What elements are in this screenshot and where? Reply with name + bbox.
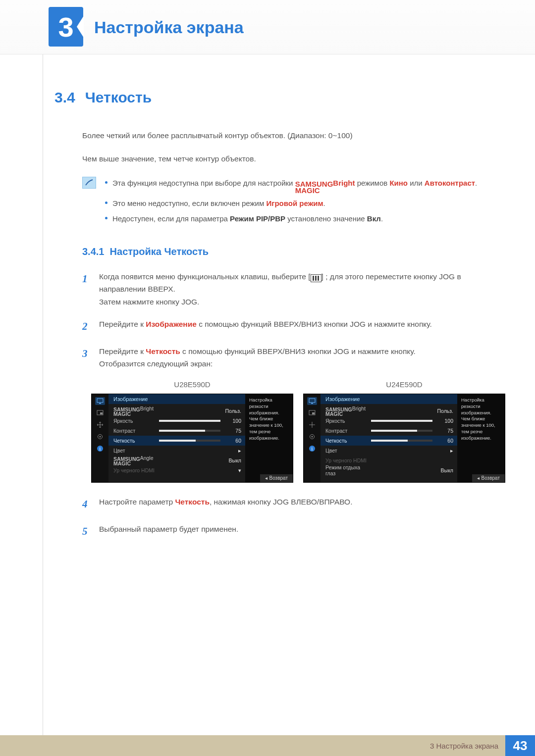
osd-row: Цвет▸ [321,446,457,455]
note-block: Эта функция недоступна при выборе для на… [82,177,505,228]
subsection-heading: 3.4.1 Настройка Четкость [82,246,505,257]
osd-screenshot-a: U28E590D i Изображение SAMSUNGMAGICBrigh… [91,380,293,483]
osd-row: SAMSUNGMAGICBrightПольз. [321,406,457,416]
svg-rect-0 [97,399,103,403]
osd-row: Ур черного HDMI▾ [108,465,245,475]
svg-rect-11 [312,412,315,414]
section-title: Четкость [85,89,152,105]
left-margin-rule [43,54,43,736]
pip-icon [95,409,105,417]
info-icon: i [95,445,105,453]
osd-row: Цвет▸ [108,446,245,455]
chapter-title: Настройка экрана [94,18,244,37]
osd-row: Контраст75 [321,426,457,436]
arrows-icon [95,421,105,429]
osd-row: Яркость100 [108,416,245,426]
osd-row: SAMSUNGMAGICAngleВыкл [108,455,245,465]
step-number: 3 [82,345,91,370]
osd-help-panel: Настройка резкости изображения. Чем ближ… [245,394,293,482]
gear-icon [307,433,317,441]
monitor-icon [95,397,105,405]
page-number: 43 [505,735,535,756]
step-number: 5 [82,523,91,540]
step-2: 2 Перейдите к Изображение с помощью функ… [82,318,505,335]
arrows-icon [307,421,317,429]
gear-icon [95,433,105,441]
note-item-3: Недоступен, если для параметра Режим PIP… [105,212,477,225]
osd-row: Режим отдыха глазВыкл [321,465,457,475]
paragraph-2: Чем выше значение, тем четче контур объе… [82,153,505,164]
monitor-icon [307,397,317,405]
chapter-number-badge: 3 [49,7,83,47]
svg-text:i: i [312,446,313,452]
svg-point-5 [100,436,101,437]
info-icon: i [307,445,317,453]
menu-icon [311,274,321,282]
step-4: 4 Настройте параметр Четкость, нажимая к… [82,496,505,513]
osd-model-label: U24E590D [303,380,505,389]
bullet-icon [105,181,107,184]
step-number: 2 [82,318,91,335]
step-5: 5 Выбранный параметр будет применен. [82,523,505,540]
osd-header: Изображение [321,394,457,404]
osd-help-panel: Настройка резкости изображения. Чем ближ… [457,394,505,482]
svg-rect-8 [309,399,315,403]
osd-row: Четкость60 [108,436,245,446]
svg-text:i: i [100,446,101,452]
osd-row: Четкость60 [321,436,457,446]
osd-sidebar: i [304,394,321,482]
step-number: 4 [82,496,91,513]
osd-sidebar: i [92,394,108,482]
svg-rect-1 [99,403,101,404]
osd-return-footer: ◂ Возврат [472,474,505,482]
osd-header: Изображение [108,394,245,404]
step-1: 1 Когда появится меню функциональных кла… [82,270,505,308]
svg-rect-3 [100,412,103,414]
note-item-1: Эта функция недоступна при выборе для на… [105,177,477,194]
section-heading: 3.4Четкость [54,89,505,106]
bullet-icon [105,202,107,204]
paragraph-1: Более четкий или более расплывчатый конт… [82,130,505,141]
subsection-title: Настройка Четкость [110,246,209,257]
pip-icon [307,409,317,417]
step-3: 3 Перейдите к Четкость с помощью функций… [82,345,505,370]
svg-rect-9 [311,403,313,404]
osd-row: Контраст75 [108,426,245,436]
note-item-2: Это меню недоступно, если включен режим … [105,197,477,210]
osd-row: SAMSUNGMAGICBrightПольз. [108,406,245,416]
osd-return-footer: ◂ Возврат [260,474,293,482]
page-footer: 3 Настройка экрана 43 [0,735,535,756]
subsection-number: 3.4.1 [82,246,104,257]
note-icon [82,177,96,189]
osd-model-label: U28E590D [91,380,293,389]
bullet-icon [105,217,107,219]
osd-row: Яркость100 [321,416,457,426]
svg-point-13 [312,436,313,437]
section-number: 3.4 [54,89,75,105]
osd-row: Ур черного HDMI [321,455,457,465]
osd-screenshot-b: U24E590D i Изображение SAMSUNGMAGICBrigh… [303,380,505,483]
footer-chapter-ref: 3 Настройка экрана [430,742,498,750]
step-number: 1 [82,270,91,308]
chapter-header: 3 Настройка экрана [0,0,535,54]
